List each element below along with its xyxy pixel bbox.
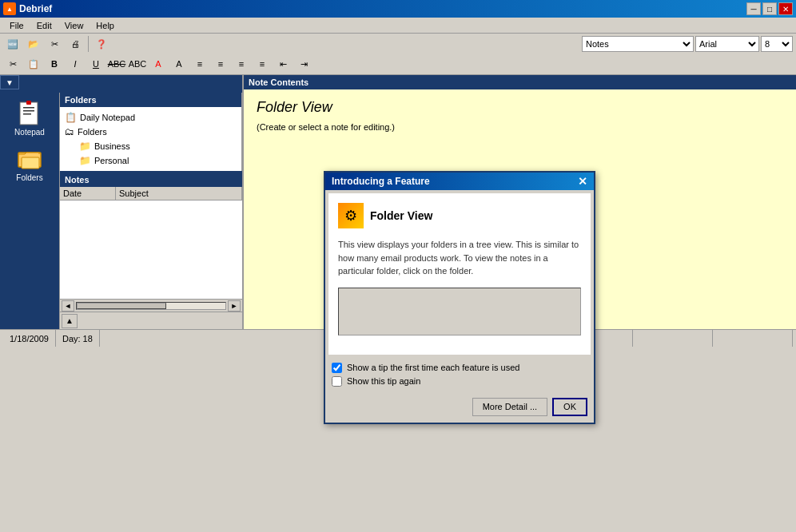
tree-label: Folders [78, 127, 107, 137]
list-button[interactable]: ≡ [253, 55, 272, 73]
status-date: 1/18/2009 [3, 330, 56, 347]
dialog-overlay: Introducing a Feature ✕ ⚙ Folder View Th… [244, 75, 796, 329]
delete-button[interactable]: ✂ [45, 35, 64, 53]
help-button[interactable]: ❓ [92, 35, 111, 53]
maximize-button[interactable]: □ [762, 2, 777, 15]
folders-icon [17, 146, 42, 172]
show-tip-checkbox[interactable] [332, 363, 342, 373]
horizontal-scrollbar[interactable]: ◄ ► [60, 299, 242, 312]
folders-panel: Folders 📋 Daily Notepad 🗂 Folders 📁 [60, 93, 242, 171]
svg-rect-4 [26, 101, 31, 105]
show-tip-label: Show a tip the first time each feature i… [347, 363, 519, 372]
align-center-button[interactable]: ≡ [211, 55, 230, 73]
bold-button[interactable]: B [45, 55, 64, 73]
status-seg4 [633, 330, 713, 347]
main-wrapper: ▼ Notepad [0, 75, 796, 329]
size-dropdown[interactable]: 8 [761, 36, 793, 52]
note-contents: Note Contents Folder View (Create or sel… [244, 75, 796, 329]
notes-dropdown[interactable]: Notes [582, 36, 694, 52]
menu-help[interactable]: Help [90, 19, 121, 32]
scroll-left-btn[interactable]: ◄ [62, 300, 74, 312]
dialog-content-area [338, 288, 581, 335]
copy-button[interactable]: 📋 [24, 55, 43, 73]
svg-rect-1 [23, 107, 34, 109]
dialog-body: ⚙ Folder View This view displays your fo… [328, 193, 591, 355]
font-dropdown[interactable]: Arial [695, 36, 759, 52]
menu-view[interactable]: View [58, 19, 90, 32]
tree-item-daily-notepad[interactable]: 📋 Daily Notepad [63, 110, 238, 125]
notes-section-header: Notes [60, 173, 242, 187]
menu-bar: File Edit View Help [0, 18, 796, 34]
title-bar-buttons: ─ □ ✕ [746, 2, 793, 15]
show-again-checkbox[interactable] [332, 376, 342, 387]
text-bg-button[interactable]: A [169, 55, 189, 73]
scroll-right-btn[interactable]: ► [228, 300, 241, 312]
minimize-button[interactable]: ─ [746, 2, 761, 15]
format-btn1[interactable]: ABC [128, 55, 147, 73]
tree-item-business[interactable]: 📁 Business [63, 139, 238, 153]
menu-edit[interactable]: Edit [30, 19, 58, 32]
toolbar-right: Notes Arial 8 [582, 36, 793, 52]
scroll-thumb[interactable] [76, 302, 226, 310]
folders-tree-icon: 🗂 [65, 126, 74, 137]
folders-header: Folders [60, 93, 241, 107]
ok-button[interactable]: OK [552, 398, 587, 416]
notes-table-header: Date Subject [60, 187, 242, 200]
cut-button[interactable]: ✂ [3, 55, 22, 73]
checkbox-row-1: Show a tip the first time each feature i… [332, 363, 587, 373]
dialog-buttons: More Detail ... OK [325, 395, 594, 423]
tree-label: Personal [94, 156, 129, 165]
italic-button[interactable]: I [66, 55, 85, 73]
new-button[interactable]: 🆕 [3, 35, 22, 53]
show-again-label: Show this tip again [347, 376, 420, 386]
open-button[interactable]: 📂 [24, 35, 43, 53]
indent-dec-button[interactable]: ⇤ [273, 55, 293, 73]
dialog-close-btn[interactable]: ✕ [578, 176, 587, 187]
date-column-header: Date [60, 187, 116, 200]
strikethrough-button[interactable]: ABC [107, 55, 126, 73]
dialog-feature-header: ⚙ Folder View [338, 203, 581, 228]
left-panel-top: ▼ [0, 75, 242, 93]
status-seg5 [713, 330, 793, 347]
dialog-feature-icon: ⚙ [338, 203, 364, 228]
nav-down-button[interactable]: ▼ [0, 75, 19, 89]
toolbar-row2: ✂ 📋 B I U ABC ABC A A ≡ ≡ ≡ ≡ ⇤ ⇥ [3, 54, 793, 73]
status-day: Day: 18 [56, 330, 100, 347]
close-button[interactable]: ✕ [778, 2, 793, 15]
svg-rect-3 [23, 113, 31, 115]
dialog-footer: Show a tip the first time each feature i… [325, 358, 594, 395]
align-left-button[interactable]: ≡ [190, 55, 209, 73]
more-detail-button[interactable]: More Detail ... [472, 398, 547, 416]
align-right-button[interactable]: ≡ [232, 55, 251, 73]
left-panel-wrapper: ▼ Notepad [0, 75, 244, 329]
dialog-title-text: Introducing a Feature [332, 176, 430, 187]
underline-button[interactable]: U [86, 55, 105, 73]
business-icon: 📁 [79, 141, 91, 152]
notepad-icon [17, 101, 42, 126]
title-bar: ▲ Debrief ─ □ ✕ [0, 0, 796, 18]
notepad-tree-icon: 📋 [65, 112, 77, 123]
personal-icon: 📁 [79, 155, 91, 166]
introducing-feature-dialog: Introducing a Feature ✕ ⚙ Folder View Th… [324, 171, 595, 424]
print-button[interactable]: 🖨 [66, 35, 85, 53]
tree-item-folders[interactable]: 🗂 Folders [63, 125, 238, 139]
indent-inc-button[interactable]: ⇥ [294, 55, 313, 73]
tree-item-personal[interactable]: 📁 Personal [63, 153, 238, 168]
nav-up-arrow[interactable]: ▲ [62, 314, 78, 328]
notes-section: Notes Date Subject [60, 171, 242, 299]
tree-label: Daily Notepad [80, 113, 135, 122]
sidebar-notepad-label: Notepad [14, 128, 45, 137]
font-color-button[interactable]: A [149, 55, 168, 73]
checkbox-row-2: Show this tip again [332, 376, 587, 387]
notes-list [60, 200, 242, 299]
sidebar-item-folders[interactable]: Folders [0, 141, 59, 187]
tree-label: Business [94, 141, 130, 151]
dialog-title-bar: Introducing a Feature ✕ [325, 173, 594, 190]
menu-file[interactable]: File [3, 19, 30, 32]
tree-view: 📋 Daily Notepad 🗂 Folders 📁 Business [60, 107, 241, 171]
sidebar-item-notepad[interactable]: Notepad [0, 96, 59, 141]
title-bar-left: ▲ Debrief [3, 2, 52, 15]
toolbar-area: 🆕 📂 ✂ 🖨 ❓ Notes Arial 8 ✂ 📋 B I U ABC AB… [0, 34, 796, 75]
dialog-feature-title: Folder View [370, 209, 432, 222]
sidebar: Notepad Folders [0, 93, 60, 329]
